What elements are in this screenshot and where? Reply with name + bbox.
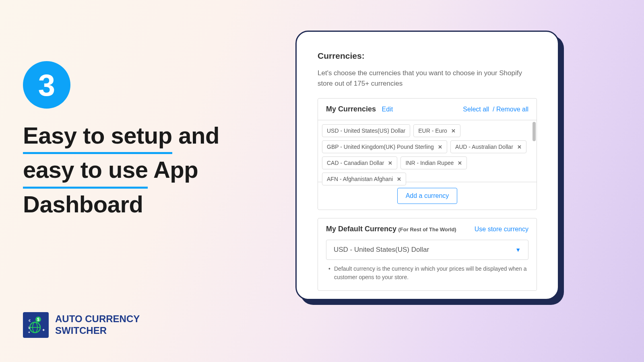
remove-tag-icon[interactable]: ✕ [438, 144, 442, 150]
edit-link[interactable]: Edit [382, 106, 393, 113]
settings-panel: Currencies: Let's choose the currencies … [295, 31, 559, 300]
currency-tag-area[interactable]: USD - United States(US) Dollar EUR - Eur… [318, 120, 537, 182]
remove-tag-icon[interactable]: ✕ [388, 160, 392, 166]
brand-name: AUTO CURRENCY SWITCHER [55, 313, 140, 337]
scrollbar-thumb[interactable] [533, 122, 536, 141]
default-currency-section: My Default Currency (For Rest of The Wor… [318, 218, 537, 291]
default-currency-select[interactable]: USD - United States(US) Dollar ▼ [326, 240, 528, 260]
add-currency-button[interactable]: Add a currency [397, 188, 458, 204]
svg-text:€: € [29, 319, 31, 323]
currency-tag: INR - Indian Rupee ✕ [400, 156, 467, 169]
currency-tag: EUR - Euro ✕ [413, 124, 460, 137]
remove-tag-icon[interactable]: ✕ [458, 160, 462, 166]
remove-tag-icon[interactable]: ✕ [397, 176, 401, 182]
panel-title: Currencies: [318, 51, 537, 61]
brand-logo-block: $ € ¥ ✦ ✦ AUTO CURRENCY SWITCHER [23, 312, 140, 338]
step-number-badge: 3 [23, 61, 70, 109]
remove-tag-icon[interactable]: ✕ [451, 128, 456, 134]
currency-tag: AUD - Australian Dollar ✕ [450, 140, 526, 153]
headline-text: Easy to setup and easy to use App Dashbo… [23, 120, 219, 220]
currency-tag: GBP - United Kingdom(UK) Pound Sterling … [322, 140, 447, 153]
default-currency-label: My Default Currency [326, 225, 396, 233]
globe-currency-icon: $ € ¥ ✦ ✦ [23, 312, 49, 338]
svg-text:$: $ [37, 317, 39, 322]
default-currency-sublabel: (For Rest of The World) [398, 226, 456, 232]
svg-text:✦: ✦ [28, 331, 31, 334]
select-all-link[interactable]: Select all [463, 106, 489, 113]
my-currencies-section: My Currencies Edit Select all / Remove a… [318, 98, 537, 210]
svg-text:✦: ✦ [42, 328, 45, 332]
svg-text:¥: ¥ [28, 326, 31, 330]
remove-all-link[interactable]: Remove all [496, 106, 528, 113]
remove-tag-icon[interactable]: ✕ [517, 144, 522, 150]
chevron-down-icon: ▼ [515, 247, 521, 253]
default-currency-help: Default currency is the currency in whic… [326, 265, 528, 282]
my-currencies-label: My Currencies [326, 105, 376, 113]
currency-bulk-actions: Select all / Remove all [463, 106, 528, 113]
currency-tag: AFN - Afghanistan Afghani ✕ [322, 173, 406, 185]
use-store-currency-link[interactable]: Use store currency [475, 226, 528, 233]
currency-tag: USD - United States(US) Dollar [322, 124, 410, 137]
panel-description: Let's choose the currencies that you wan… [318, 68, 537, 88]
currency-tag: CAD - Canadian Dollar ✕ [322, 156, 397, 169]
